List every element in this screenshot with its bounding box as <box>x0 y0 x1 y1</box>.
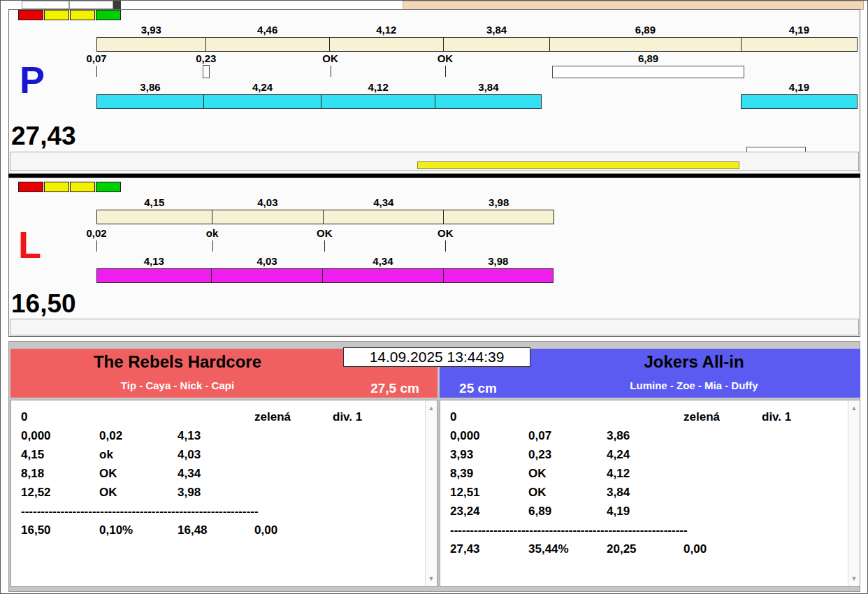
result-cell: zelená <box>254 407 333 426</box>
split-marker-label: 0,07 <box>86 52 106 64</box>
lane-letter-l: L <box>18 226 41 263</box>
board-size: 27,5 cm <box>356 381 433 396</box>
scroll-down-icon[interactable]: ▼ <box>426 573 437 584</box>
segment-time-label: 4,12 <box>376 24 396 36</box>
bar-segment: 4,12 <box>321 94 435 109</box>
result-cell <box>99 407 178 426</box>
lane-panel-p: 3,934,464,123,846,894,19 0,070,23OKOK6,8… <box>8 9 860 174</box>
result-cell: 0,00 <box>683 539 762 558</box>
result-cell: 4,03 <box>178 445 254 464</box>
result-cell <box>333 483 437 502</box>
summary-row: 27,4335,44%20,250,00 <box>440 539 860 558</box>
result-cell <box>254 483 333 502</box>
segment-time-label: 3,86 <box>140 81 160 93</box>
segment-time-label: 4,19 <box>789 81 809 93</box>
bar-segment: 3,98 <box>443 210 554 224</box>
split-marker-label: 0,02 <box>86 227 106 239</box>
scrollbar[interactable]: ▲ ▼ <box>848 400 860 586</box>
segment-time-label: 3,98 <box>488 255 508 267</box>
team-panel-right: Jokers All-in Lumine - Zoe - Mia - Duffy… <box>440 349 860 587</box>
result-row: 23,246,894,19 <box>440 502 860 521</box>
result-cell: 8,39 <box>450 464 528 483</box>
result-cell: 12,51 <box>450 483 528 502</box>
result-cell <box>528 407 607 426</box>
result-cell <box>178 407 254 426</box>
lane-panel-l: 4,154,034,343,98 0,02okOKOK 4,134,034,34… <box>8 178 860 337</box>
actual-split-bar-p: 3,864,244,123,844,19 <box>96 94 861 109</box>
status-lights-p <box>18 10 122 20</box>
result-cell: 0,07 <box>528 426 607 445</box>
bar-segment: 3,84 <box>435 94 542 109</box>
result-row: 0zelenádiv. 1 <box>440 407 860 426</box>
result-row: 8,39OK4,12 <box>440 464 860 483</box>
segment-time-label: 4,03 <box>257 196 277 208</box>
background-tab-fragment <box>113 1 121 9</box>
result-cell <box>762 502 860 521</box>
segment-time-label: 4,19 <box>789 24 809 36</box>
split-marker-box <box>552 66 744 78</box>
bar-segment: 4,13 <box>96 268 212 283</box>
status-light <box>70 182 95 192</box>
result-row: 0,0000,073,86 <box>440 426 860 445</box>
scroll-up-icon[interactable]: ▲ <box>848 403 860 414</box>
split-marker-tick <box>445 240 446 252</box>
result-cell: 27,43 <box>450 539 528 558</box>
result-cell <box>254 464 333 483</box>
result-cell <box>99 502 178 521</box>
result-cell <box>254 445 333 464</box>
scroll-down-icon[interactable]: ▼ <box>848 573 860 584</box>
divider-row: ----------------------------------------… <box>11 502 437 521</box>
lane-letter-p: P <box>20 61 45 99</box>
result-cell <box>528 521 607 539</box>
timing-app-window: 3,934,464,123,846,894,19 0,070,23OKOK6,8… <box>0 0 868 594</box>
split-marker-label: OK <box>322 52 338 64</box>
lane-total-l: 16,50 <box>11 289 76 319</box>
team-name: Jokers All-in <box>530 352 858 372</box>
result-cell <box>683 502 762 521</box>
status-light <box>96 10 121 20</box>
split-marker-tick <box>96 240 97 252</box>
result-cell: OK <box>99 464 178 483</box>
result-cell <box>762 483 860 502</box>
bar-segment: 4,03 <box>212 210 324 224</box>
target-split-bar-p: 3,934,464,123,846,894,19 <box>96 37 861 52</box>
summary-row: 16,500,10%16,480,00 <box>11 521 437 539</box>
split-marker-tick <box>212 240 213 252</box>
result-row: 12,52OK3,98 <box>11 483 437 502</box>
scroll-up-icon[interactable]: ▲ <box>426 403 437 414</box>
datetime-display: 14.09.2025 13:44:39 <box>343 347 530 367</box>
target-split-bar-l: 4,154,034,343,98 <box>96 210 861 224</box>
segment-time-label: 4,46 <box>257 24 277 36</box>
result-row: 0zelenádiv. 1 <box>11 407 437 426</box>
result-cell: OK <box>99 483 178 502</box>
board-size: 25 cm <box>447 381 509 396</box>
status-lights-l <box>18 182 122 192</box>
results-rows: 0zelenádiv. 10,0000,073,863,930,234,248,… <box>440 407 860 558</box>
result-cell <box>333 464 437 483</box>
result-cell: 3,98 <box>178 483 254 502</box>
bar-segment: 3,98 <box>443 268 554 283</box>
result-cell: 8,18 <box>21 464 99 483</box>
result-cell: 3,86 <box>607 426 683 445</box>
segment-time-label: 3,84 <box>478 81 498 93</box>
result-cell <box>333 502 437 521</box>
result-cell: 20,25 <box>607 539 683 558</box>
result-cell <box>607 407 683 426</box>
result-cell: 16,48 <box>178 521 254 539</box>
result-cell: zelená <box>683 407 762 426</box>
bar-segment: 4,03 <box>211 268 324 283</box>
bar-segment: 4,19 <box>741 94 858 109</box>
segment-time-label: 4,34 <box>373 196 393 208</box>
result-cell: 23,24 <box>450 502 528 521</box>
result-cell: OK <box>528 464 607 483</box>
result-cell: 4,12 <box>607 464 683 483</box>
divider-row: ----------------------------------------… <box>440 521 860 539</box>
background-tab[interactable] <box>69 1 113 9</box>
result-cell <box>607 521 683 539</box>
result-cell <box>762 521 860 539</box>
segment-time-label: 4,34 <box>372 255 393 267</box>
split-marker-label: 0,23 <box>196 52 216 64</box>
scrollbar[interactable]: ▲ ▼ <box>425 400 437 586</box>
split-marker-tick <box>445 66 446 77</box>
background-tab[interactable] <box>22 1 69 9</box>
